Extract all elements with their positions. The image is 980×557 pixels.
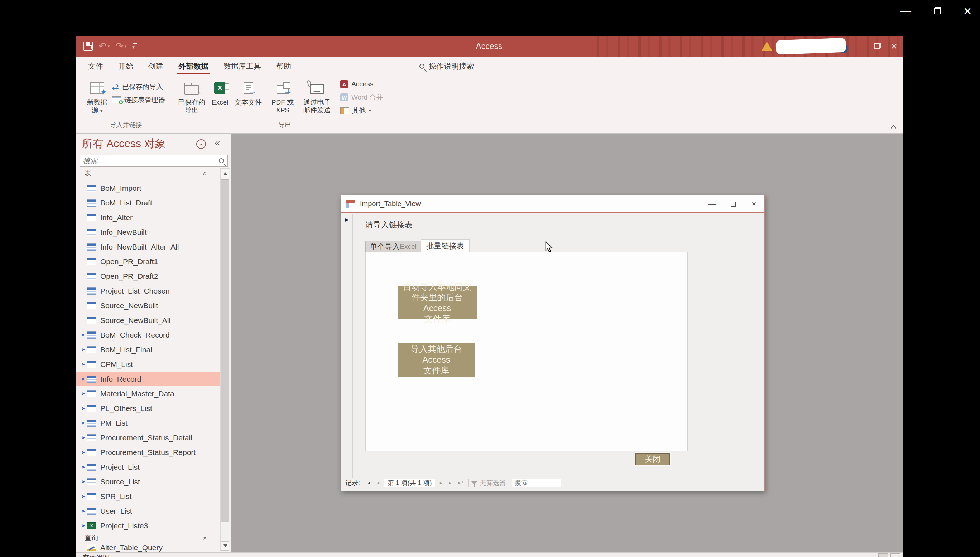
ribbon-tab[interactable]: 帮助 [269, 57, 299, 75]
mouse-cursor [545, 241, 553, 254]
section-header-tables[interactable]: 表 « [76, 168, 220, 178]
first-record-button[interactable]: ◄ [364, 479, 373, 487]
new-record-button[interactable]: ►* [456, 479, 465, 487]
saved-exports-button[interactable]: → 已保存的 导出 [176, 78, 207, 114]
tab-batch-link-tables[interactable]: 批量链接表 [421, 239, 470, 252]
dialog-close-button[interactable]: × [744, 195, 765, 212]
account-name-redacted[interactable] [776, 39, 846, 53]
os-restore-button[interactable] [929, 3, 944, 19]
nav-object-item[interactable]: ➤ X BoM_Check_Record [76, 327, 220, 342]
tell-me-search[interactable]: 操作说明搜索 [419, 61, 474, 71]
linked-table-arrow-icon: ➤ [81, 376, 87, 381]
nav-object-item[interactable]: ➤ X Procurement_Status_Report [76, 445, 220, 459]
linked-table-arrow-icon: ➤ [81, 494, 87, 498]
nav-object-item[interactable]: ➤ X Alter_Table_Query [76, 543, 220, 552]
nav-object-item[interactable]: ➤ X Project_Liste3 [76, 518, 220, 533]
tab-label-cn: 单个导入 [370, 242, 400, 252]
ribbon-tab[interactable]: 创建 [141, 57, 171, 75]
close-form-button[interactable]: 关闭 [636, 453, 670, 465]
nav-object-item[interactable]: ➤ X Info_NewBuilt_Alter_All [76, 239, 220, 254]
nav-object-item[interactable]: ➤ X Open_PR_Draft2 [76, 269, 220, 283]
auto-import-local-backend-button[interactable]: 自动导入本地同文 件夹里的后台Access 文件库 [398, 287, 477, 319]
section-header-queries[interactable]: 查询 « [76, 533, 220, 543]
new-data-source-button[interactable]: ✦ 新数据 源 ▾ [85, 78, 109, 115]
nav-object-item[interactable]: ➤ X PM_List [76, 415, 220, 430]
linked-table-arrow-icon: ➤ [81, 391, 87, 396]
search-input[interactable] [80, 157, 219, 165]
saved-imports-button[interactable]: ⇄ 已保存的导入 [112, 82, 165, 92]
object-name: Project_Liste3 [100, 521, 148, 530]
nav-object-item[interactable]: ➤ X PL_Others_List [76, 401, 220, 415]
dialog-minimize-button[interactable]: — [702, 195, 723, 212]
nav-object-item[interactable]: ➤ X BoM_List_Draft [76, 195, 220, 210]
redo-button[interactable]: ↷▾ [115, 42, 126, 51]
nav-object-item[interactable]: ➤ X Project_List [76, 459, 220, 474]
export-text-file-button[interactable]: → 文本文件 [232, 78, 264, 114]
app-minimize-button[interactable]: — [851, 36, 868, 57]
ribbon-tab[interactable]: 数据库工具 [216, 57, 269, 75]
word-merge-button[interactable]: W Word 合并 [340, 92, 383, 103]
ribbon-tab[interactable]: 外部数据 [171, 57, 216, 75]
nav-object-item[interactable]: ➤ X Info_NewBuilt [76, 225, 220, 239]
paperclip-icon [307, 80, 312, 87]
next-record-button[interactable]: ► [436, 479, 446, 487]
customize-qat-button[interactable]: ▾ [132, 43, 135, 50]
nav-object-item[interactable]: ➤ X BoM_Import [76, 181, 220, 195]
import-other-backend-button[interactable]: 导入其他后台Access 文件库 [398, 343, 475, 376]
ribbon-tab-label: 数据库工具 [223, 61, 261, 71]
design-view-button[interactable] [890, 554, 900, 557]
desktop-screen: — × ↶▾ ↷▾ ▾ Access — × [0, 0, 980, 557]
nav-object-item[interactable]: ➤ X Info_Record [76, 371, 220, 386]
table-icon: X [87, 258, 96, 265]
export-pdf-xps-button[interactable]: → PDF 或 XPS [264, 78, 301, 114]
nav-object-item[interactable]: ➤ X Source_NewBuilt [76, 298, 220, 313]
nav-object-item[interactable]: ➤ X Procurement_Status_Detail [76, 430, 220, 445]
email-button[interactable]: 通过电子 邮件发送 [301, 78, 333, 114]
table-icon: X [87, 243, 96, 251]
minimize-icon: — [855, 41, 864, 51]
linked-table-manager-button[interactable]: 链接表管理器 [112, 95, 165, 105]
previous-record-button[interactable]: ◄ [373, 479, 383, 487]
dialog-maximize-button[interactable] [723, 195, 744, 212]
record-search-input[interactable] [512, 479, 561, 487]
os-close-button[interactable]: × [960, 3, 975, 19]
export-access-button[interactable]: A Access [340, 79, 383, 89]
collapse-ribbon-button[interactable] [891, 125, 896, 130]
form-view-button[interactable] [878, 554, 888, 557]
no-filter-status[interactable]: 无筛选器 [480, 479, 506, 487]
saved-imports-label: 已保存的导入 [122, 82, 163, 92]
nav-object-item[interactable]: ➤ X User_List [76, 504, 220, 518]
nav-object-item[interactable]: ➤ X Open_PR_Draft1 [76, 254, 220, 269]
nav-pane-menu-button[interactable]: ▾ [196, 139, 206, 149]
undo-button[interactable]: ↶▾ [98, 42, 109, 51]
linked-table-arrow-icon: ➤ [81, 509, 87, 513]
ribbon-tab[interactable]: 开始 [111, 57, 141, 75]
app-close-button[interactable]: × [885, 36, 903, 57]
save-button[interactable] [83, 42, 93, 51]
nav-object-item[interactable]: ➤ X Source_List [76, 474, 220, 489]
nav-object-item[interactable]: ➤ X BoM_List_Final [76, 342, 220, 357]
search-icon[interactable] [219, 158, 224, 163]
nav-object-item[interactable]: ➤ X Info_Alter [76, 210, 220, 225]
export-excel-button[interactable]: X Excel [207, 78, 232, 114]
nav-object-item[interactable]: ➤ X Source_NewBuilt_All [76, 313, 220, 327]
os-minimize-button[interactable]: — [898, 3, 913, 19]
table-icon: X [87, 464, 96, 471]
ribbon-tab[interactable]: 文件 [81, 57, 111, 75]
nav-object-item[interactable]: ➤ X CPM_List [76, 357, 220, 371]
record-selector-bar[interactable]: ► [341, 214, 353, 478]
nav-object-item[interactable]: ➤ X Project_List_Chosen [76, 283, 220, 298]
export-more-button[interactable]: 其他 ▾ [340, 106, 383, 116]
nav-object-item[interactable]: ➤ X SPR_List [76, 489, 220, 504]
nav-object-item[interactable]: ➤ X Material_Master_Data [76, 386, 220, 401]
scroll-up-button[interactable] [221, 169, 229, 178]
shutter-bar-close-button[interactable]: « [215, 137, 220, 148]
last-record-button[interactable]: ► [446, 479, 456, 487]
dialog-title-bar[interactable]: Import_Table_View — × [341, 195, 765, 213]
tab-single-import-excel[interactable]: 单个导入Excel [365, 241, 421, 252]
scroll-down-button[interactable] [221, 541, 229, 550]
nav-scrollbar[interactable] [220, 168, 230, 551]
app-restore-button[interactable] [868, 36, 885, 57]
scrollbar-thumb[interactable] [221, 179, 229, 522]
warning-icon[interactable] [761, 42, 772, 51]
